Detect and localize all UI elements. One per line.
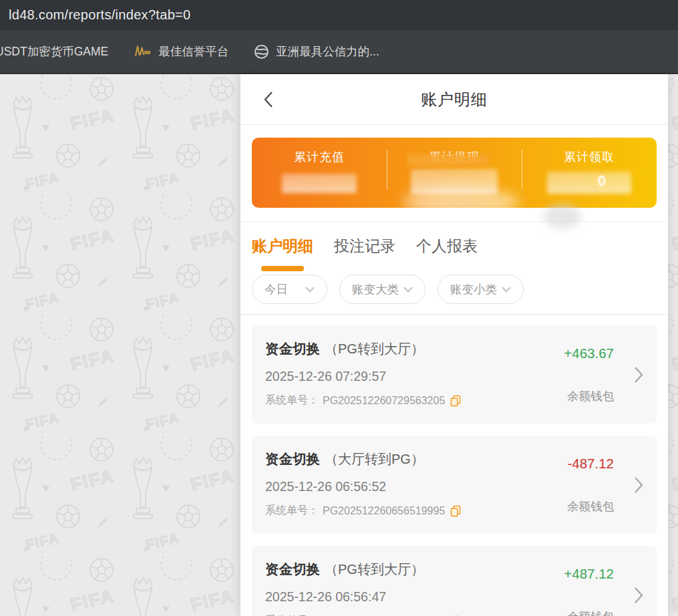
order-number: PG202512260729563205 bbox=[323, 395, 445, 407]
transaction-amount-block: -487.12 余额钱包 bbox=[567, 450, 614, 519]
transaction-type: 资金切换 bbox=[265, 339, 320, 358]
bookmark-label: 亚洲最具公信力的... bbox=[276, 43, 379, 59]
copy-icon[interactable] bbox=[450, 505, 461, 517]
transaction-datetime: 2025-12-26 06:56:52 bbox=[265, 479, 461, 494]
transaction-card[interactable]: 资金切换 （PG转到大厅） 2025-12-26 06:56:47 系统单号：P… bbox=[252, 546, 657, 616]
filter-date-dropdown[interactable]: 今日 bbox=[252, 275, 327, 304]
transaction-note: （PG转到大厅） bbox=[325, 561, 424, 579]
wallet-type: 余额钱包 bbox=[567, 609, 614, 616]
transaction-type: 资金切换 bbox=[265, 450, 320, 468]
globe-icon bbox=[254, 44, 269, 59]
column-divider bbox=[522, 150, 522, 190]
app-panel: 账户明细 累计充值 累计提现 累计领取 0 bbox=[240, 74, 668, 616]
transaction-datetime: 2025-12-26 06:56:47 bbox=[265, 589, 461, 605]
censor-smudge bbox=[544, 204, 581, 229]
bookmark-label: USDT加密货币GAME bbox=[0, 43, 108, 59]
filter-label: 账变小类 bbox=[450, 281, 497, 297]
chevron-right-icon[interactable] bbox=[634, 587, 643, 604]
bookmark-usdt-game[interactable]: USDT加密货币GAME bbox=[0, 43, 108, 59]
transaction-info: 资金切换 （PG转到大厅） 2025-12-26 06:56:47 系统单号：P… bbox=[265, 560, 461, 616]
transaction-card[interactable]: 资金切换 （PG转到大厅） 2025-12-26 07:29:57 系统单号：P… bbox=[252, 325, 657, 424]
copy-icon[interactable] bbox=[450, 395, 461, 407]
transaction-card[interactable]: 资金切换 （大厅转到PG） 2025-12-26 06:56:52 系统单号：P… bbox=[252, 436, 657, 534]
transaction-amount: -487.12 bbox=[567, 456, 614, 472]
tab-bet-records[interactable]: 投注记录 bbox=[334, 236, 395, 258]
browser-url-bar[interactable]: ld48.com/reports/index?tab=0 bbox=[0, 0, 678, 30]
chevron-down-icon bbox=[403, 287, 413, 293]
bookmark-best-reputation[interactable]: 最佳信誉平台 bbox=[134, 43, 228, 59]
bookmark-asia-credibility[interactable]: 亚洲最具公信力的... bbox=[254, 43, 379, 59]
summary-section: 累计充值 累计提现 累计领取 0 bbox=[240, 125, 668, 222]
chevron-down-icon bbox=[502, 287, 511, 293]
filters-row: 今日 账变大类 账变小类 bbox=[240, 274, 668, 314]
summary-col-claim: 累计领取 0 bbox=[522, 138, 657, 208]
censor-smudge bbox=[407, 154, 488, 166]
tab-personal-report[interactable]: 个人报表 bbox=[416, 236, 478, 258]
order-number: PG202512260656519995 bbox=[323, 505, 445, 517]
summary-col-deposit: 累计充值 bbox=[252, 138, 387, 208]
hidden-value-blur bbox=[282, 174, 357, 193]
transaction-info: 资金切换 （大厅转到PG） 2025-12-26 06:56:52 系统单号：P… bbox=[265, 450, 461, 519]
order-label: 系统单号： bbox=[265, 394, 319, 408]
transaction-note: （PG转到大厅） bbox=[325, 340, 424, 358]
chevron-right-icon[interactable] bbox=[634, 476, 643, 494]
transaction-note: （大厅转到PG） bbox=[325, 450, 424, 468]
filter-minor-category-dropdown[interactable]: 账变小类 bbox=[438, 275, 524, 304]
column-divider bbox=[387, 150, 387, 190]
summary-label: 累计领取 bbox=[564, 149, 615, 165]
filter-label: 账变大类 bbox=[352, 281, 399, 297]
transaction-datetime: 2025-12-26 07:29:57 bbox=[265, 369, 461, 384]
back-button[interactable] bbox=[263, 90, 274, 109]
page-title: 账户明细 bbox=[421, 89, 488, 110]
wallet-type: 余额钱包 bbox=[567, 388, 614, 404]
transaction-amount-block: +463.67 余额钱包 bbox=[564, 339, 614, 409]
transaction-info: 资金切换 （PG转到大厅） 2025-12-26 07:29:57 系统单号：P… bbox=[265, 339, 461, 409]
tab-account-details[interactable]: 账户明细 bbox=[252, 236, 313, 258]
filter-label: 今日 bbox=[265, 281, 288, 297]
order-label: 系统单号： bbox=[265, 504, 319, 518]
transaction-amount: +463.67 bbox=[564, 345, 614, 361]
transaction-list: 资金切换 （PG转到大厅） 2025-12-26 07:29:57 系统单号：P… bbox=[240, 315, 668, 616]
url-text: ld48.com/reports/index?tab=0 bbox=[9, 7, 190, 23]
tabs-row: 账户明细 投注记录 个人报表 bbox=[240, 222, 668, 274]
transaction-amount-block: +487.12 余额钱包 bbox=[564, 560, 614, 616]
screen: ld48.com/reports/index?tab=0 USDT加密货币GAM… bbox=[0, 0, 678, 616]
main-area: FIFA FIFA 账户明细 bbox=[0, 74, 678, 616]
bookmarks-bar: USDT加密货币GAME 最佳信誉平台 亚洲最具公信力的... bbox=[0, 30, 678, 74]
bookmark-label: 最佳信誉平台 bbox=[158, 43, 228, 59]
page-header: 账户明细 bbox=[240, 74, 668, 125]
censor-smudge bbox=[403, 189, 520, 214]
censor-digit: 0 bbox=[598, 172, 606, 190]
transaction-type: 资金切换 bbox=[265, 560, 320, 579]
wallet-type: 余额钱包 bbox=[567, 498, 614, 514]
transaction-amount: +487.12 bbox=[564, 566, 614, 582]
hidden-value-blur bbox=[547, 172, 631, 194]
filter-major-category-dropdown[interactable]: 账变大类 bbox=[339, 275, 426, 304]
chevron-right-icon[interactable] bbox=[634, 366, 643, 383]
summary-label: 累计充值 bbox=[294, 149, 345, 165]
chevron-down-icon bbox=[305, 287, 315, 293]
gold-logo-icon bbox=[134, 45, 152, 58]
